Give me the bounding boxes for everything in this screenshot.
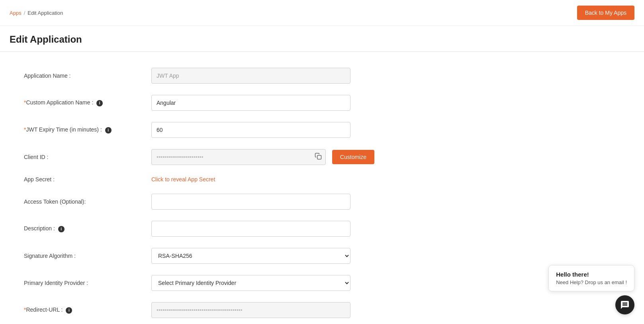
redirect-url-label: *Redirect-URL : i	[24, 306, 151, 314]
page-header: Edit Application	[0, 26, 644, 51]
redirect-url-input	[151, 302, 350, 318]
jwt-expiry-label: *JWT Expiry Time (in minutes) : i	[24, 126, 151, 134]
access-token-input[interactable]	[151, 194, 350, 210]
header-divider	[0, 51, 644, 52]
breadcrumb-apps-link[interactable]: Apps	[10, 10, 22, 16]
description-info-icon[interactable]: i	[58, 226, 65, 232]
back-to-my-apps-button[interactable]: Back to My Apps	[577, 6, 634, 20]
jwt-expiry-info-icon[interactable]: i	[105, 127, 112, 134]
application-name-label: Application Name :	[24, 73, 151, 79]
access-token-row: Access Token (Optional):	[24, 194, 374, 210]
custom-app-name-row: *Custom Application Name : i	[24, 95, 374, 111]
jwt-expiry-row: *JWT Expiry Time (in minutes) : i	[24, 122, 374, 138]
access-token-label: Access Token (Optional):	[24, 198, 151, 205]
edit-application-form: Application Name : *Custom Application N…	[0, 61, 398, 324]
primary-idp-select[interactable]: Select Primary Identity Provider	[151, 275, 350, 291]
client-id-label: Client ID :	[24, 154, 151, 160]
custom-app-name-label: *Custom Application Name : i	[24, 99, 151, 106]
chat-hello-text: Hello there!	[556, 271, 627, 278]
signature-algorithm-row: Signature Algorithm : RSA-SHA256 HS256 R…	[24, 248, 374, 264]
chat-open-button[interactable]	[615, 295, 634, 314]
chat-help-text: Need Help? Drop us an email !	[556, 279, 627, 285]
breadcrumb: Apps / Edit Application	[10, 10, 63, 16]
client-id-wrapper	[151, 149, 326, 165]
description-label: Description : i	[24, 225, 151, 232]
redirect-url-wrapper	[151, 302, 350, 318]
breadcrumb-separator: /	[24, 10, 25, 16]
top-bar: Apps / Edit Application Back to My Apps	[0, 0, 644, 26]
description-input[interactable]	[151, 221, 350, 237]
signature-algorithm-select[interactable]: RSA-SHA256 HS256 RS256	[151, 248, 350, 264]
jwt-expiry-input[interactable]	[151, 122, 350, 138]
app-secret-row: App Secret : Click to reveal App Secret	[24, 176, 374, 183]
application-name-row: Application Name :	[24, 68, 374, 84]
signature-algorithm-label: Signature Algorithm :	[24, 253, 151, 259]
client-id-input	[151, 149, 326, 165]
copy-icon[interactable]	[315, 153, 322, 161]
customize-button[interactable]: Customize	[332, 150, 374, 164]
app-secret-label: App Secret :	[24, 176, 151, 183]
custom-app-name-input[interactable]	[151, 95, 350, 111]
redirect-url-row: *Redirect-URL : i	[24, 302, 374, 318]
svg-rect-0	[317, 155, 321, 159]
client-id-row: Client ID : Customize	[24, 149, 374, 165]
chat-widget: Hello there! Need Help? Drop us an email…	[548, 265, 634, 314]
page-title: Edit Application	[10, 34, 634, 45]
reveal-app-secret-link[interactable]: Click to reveal App Secret	[151, 176, 215, 183]
breadcrumb-current: Edit Application	[27, 10, 63, 16]
application-name-input	[151, 68, 350, 84]
chat-bubble: Hello there! Need Help? Drop us an email…	[548, 265, 634, 291]
redirect-url-info-icon[interactable]: i	[66, 307, 72, 314]
primary-idp-row: Primary Identity Provider : Select Prima…	[24, 275, 374, 291]
primary-idp-label: Primary Identity Provider :	[24, 280, 151, 286]
chat-icon-button-wrapper	[548, 295, 634, 314]
custom-app-name-info-icon[interactable]: i	[96, 100, 103, 106]
description-row: Description : i	[24, 221, 374, 237]
